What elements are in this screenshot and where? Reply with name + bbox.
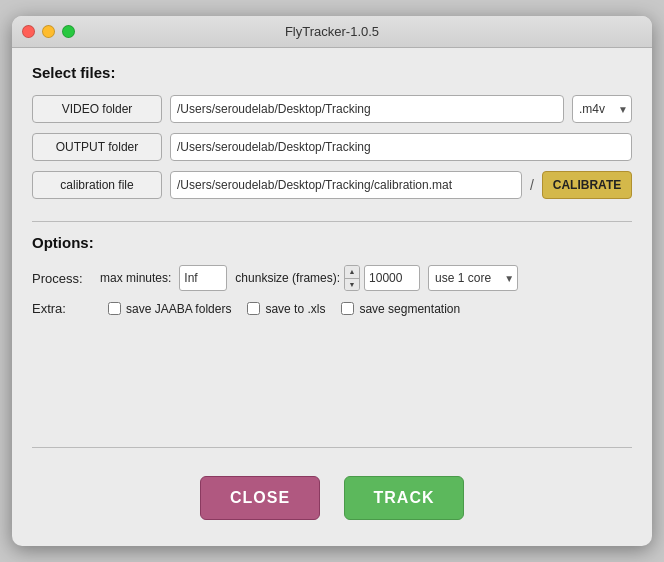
traffic-lights — [22, 25, 75, 38]
minimize-window-button[interactable] — [42, 25, 55, 38]
jaaba-checkbox-item[interactable]: save JAABA folders — [108, 302, 231, 316]
window-title: FlyTracker-1.0.5 — [285, 24, 379, 39]
slash-separator: / — [530, 177, 534, 193]
close-button[interactable]: CLOSE — [200, 476, 320, 520]
files-section-title: Select files: — [32, 64, 632, 81]
xls-checkbox-label: save to .xls — [265, 302, 325, 316]
divider-1 — [32, 221, 632, 222]
stepper-down-button[interactable]: ▼ — [345, 279, 359, 291]
xls-checkbox-item[interactable]: save to .xls — [247, 302, 325, 316]
segmentation-checkbox-label: save segmentation — [359, 302, 460, 316]
video-folder-row: VIDEO folder .m4v .mp4 .avi ▼ — [32, 95, 632, 123]
options-section: Options: Process: max minutes: chunksize… — [32, 234, 632, 435]
max-minutes-label: max minutes: — [100, 271, 171, 285]
maximize-window-button[interactable] — [62, 25, 75, 38]
max-minutes-input[interactable] — [179, 265, 227, 291]
core-select-wrapper: use 1 core use 2 cores use 4 cores ▼ — [428, 265, 518, 291]
bottom-buttons: CLOSE TRACK — [32, 460, 632, 530]
jaaba-checkbox[interactable] — [108, 302, 121, 315]
extra-row: Extra: save JAABA folders save to .xls s… — [32, 301, 632, 316]
close-window-button[interactable] — [22, 25, 35, 38]
calibrate-button[interactable]: CALIBRATE — [542, 171, 632, 199]
process-row: Process: max minutes: chunksize (frames)… — [32, 265, 632, 291]
jaaba-checkbox-label: save JAABA folders — [126, 302, 231, 316]
output-folder-row: OUTPUT folder — [32, 133, 632, 161]
extra-label: Extra: — [32, 301, 92, 316]
title-bar: FlyTracker-1.0.5 — [12, 16, 652, 48]
chunksize-label: chunksize (frames): — [235, 271, 340, 285]
ext-select-wrapper: .m4v .mp4 .avi ▼ — [572, 95, 632, 123]
chunksize-wrapper: chunksize (frames): ▲ ▼ — [235, 265, 420, 291]
track-button[interactable]: TRACK — [344, 476, 464, 520]
process-label: Process: — [32, 271, 92, 286]
divider-2 — [32, 447, 632, 448]
video-ext-select[interactable]: .m4v .mp4 .avi — [572, 95, 632, 123]
chunksize-input[interactable] — [364, 265, 420, 291]
chunksize-stepper[interactable]: ▲ ▼ — [344, 265, 360, 291]
segmentation-checkbox[interactable] — [341, 302, 354, 315]
video-folder-button[interactable]: VIDEO folder — [32, 95, 162, 123]
core-select[interactable]: use 1 core use 2 cores use 4 cores — [428, 265, 518, 291]
segmentation-checkbox-item[interactable]: save segmentation — [341, 302, 460, 316]
output-path-input[interactable] — [170, 133, 632, 161]
calibration-file-row: calibration file / CALIBRATE — [32, 171, 632, 199]
xls-checkbox[interactable] — [247, 302, 260, 315]
output-folder-button[interactable]: OUTPUT folder — [32, 133, 162, 161]
main-content: Select files: VIDEO folder .m4v .mp4 .av… — [12, 48, 652, 546]
options-section-title: Options: — [32, 234, 632, 251]
stepper-up-button[interactable]: ▲ — [345, 266, 359, 279]
app-window: FlyTracker-1.0.5 Select files: VIDEO fol… — [12, 16, 652, 546]
video-path-input[interactable] — [170, 95, 564, 123]
calibration-path-input[interactable] — [170, 171, 522, 199]
calibration-file-button[interactable]: calibration file — [32, 171, 162, 199]
